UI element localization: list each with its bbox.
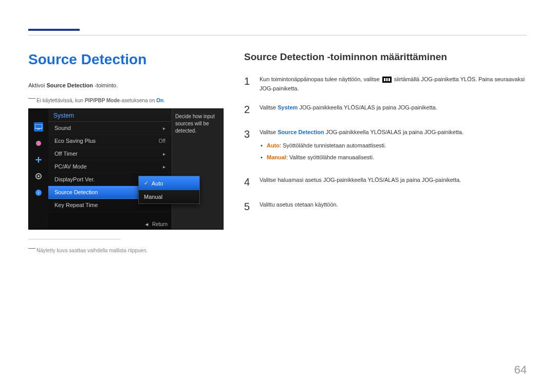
osd-menu-row: PC/AV Mode▸ — [48, 160, 172, 173]
disclaimer-text: ―Näytetty kuva saattaa vaihdella mallist… — [28, 244, 224, 253]
osd-popup: ✓ Auto Manual — [138, 176, 200, 204]
page-title: Source Detection — [28, 51, 224, 68]
note-on: On — [156, 98, 163, 103]
bullet-auto: Auto: Syöttölähde tunnistetaan automaatt… — [260, 141, 527, 151]
right-column: Source Detection -toiminnon määrittämine… — [244, 51, 527, 254]
left-column: Source Detection Aktivoi Source Detectio… — [28, 51, 224, 254]
popup-manual-label: Manual — [144, 194, 162, 200]
page-content: Source Detection Aktivoi Source Detectio… — [28, 51, 527, 254]
step-body: Valittu asetus otetaan käyttöön. — [260, 198, 527, 215]
svg-rect-1 — [38, 129, 40, 129]
info-icon: i — [34, 188, 43, 197]
osd-row-label: Key Repeat Time — [54, 202, 98, 208]
osd-screenshot: i System Sound▸Eco Saving PlusOffOff Tim… — [28, 108, 224, 230]
step-body: Valitse Source Detection JOG-painikkeell… — [260, 126, 527, 165]
osd-popup-row-manual: Manual — [139, 190, 199, 203]
step-5: 5 Valittu asetus otetaan käyttöön. — [244, 198, 527, 215]
chevron-right-icon: ▸ — [163, 164, 165, 170]
step-1: 1 Kun toimintonäppäinopas tulee näyttöön… — [244, 73, 527, 93]
move-icon — [34, 155, 43, 164]
s3-post: JOG-painikkeella YLÖS/ALAS ja paina JOG-… — [324, 129, 464, 135]
steps-list: 1 Kun toimintonäppäinopas tulee näyttöön… — [244, 73, 527, 215]
osd-row-label: PC/AV Mode — [54, 163, 87, 170]
svg-rect-0 — [35, 124, 42, 128]
note-post: . — [163, 98, 165, 103]
step-number: 2 — [244, 101, 253, 118]
osd-description: Decide how input sources will be detecte… — [172, 109, 223, 229]
svg-point-4 — [38, 175, 40, 177]
osd-row-label: Source Detection — [54, 189, 98, 195]
gear-icon — [34, 172, 43, 181]
b2-hl: Manual — [267, 154, 286, 160]
osd-nav-icons: i — [29, 109, 48, 229]
b2-post: : Valitse syöttölähde manuaalisesti. — [286, 154, 374, 160]
osd-tab-title: System — [48, 109, 172, 122]
checkmark-icon: ✓ — [144, 180, 149, 186]
osd-return-label: Return — [152, 221, 168, 227]
s3-hl: Source Detection — [278, 129, 324, 135]
s2-post: JOG-painikkeella YLÖS/ALAS ja paina JOG-… — [298, 104, 437, 110]
disclaimer-divider — [28, 239, 121, 239]
osd-row-label: Eco Saving Plus — [54, 138, 96, 144]
step-body: Valitse System JOG-painikkeella YLÖS/ALA… — [260, 101, 527, 118]
osd-menu-row: Off Timer▸ — [48, 147, 172, 160]
s2-pre: Valitse — [260, 104, 278, 110]
step-4: 4 Valitse haluamasi asetus JOG-painikkee… — [244, 174, 527, 190]
header-divider — [28, 35, 527, 35]
activate-post: -toiminto. — [93, 82, 118, 88]
header-accent-bar — [28, 29, 80, 31]
note-pip: ―Ei käytettävissä, kun PIP/PBP Mode-aset… — [28, 94, 224, 103]
step-body: Kun toimintonäppäinopas tulee näyttöön, … — [260, 73, 527, 93]
popup-auto-label: Auto — [152, 180, 163, 186]
osd-row-value: Off — [159, 138, 165, 144]
svg-point-2 — [36, 141, 41, 146]
osd-row-label: Off Timer — [54, 151, 78, 157]
note-dash: ― — [28, 94, 35, 102]
note-bold: PIP/PBP Mode — [85, 98, 120, 103]
osd-menu-row: Eco Saving PlusOff — [48, 135, 172, 147]
step-number: 4 — [244, 174, 253, 190]
section-subtitle: Source Detection -toiminnon määrittämine… — [244, 51, 527, 63]
osd-menu-row: Sound▸ — [48, 122, 172, 135]
palette-icon — [34, 139, 43, 148]
disclaimer-dash: ― — [28, 244, 35, 252]
chevron-right-icon: ▸ — [163, 151, 165, 157]
option-bullets: Auto: Syöttölähde tunnistetaan automaatt… — [260, 141, 527, 162]
s1-pre: Kun toimintonäppäinopas tulee näyttöön, … — [260, 76, 381, 82]
page-number: 64 — [514, 363, 527, 377]
note-mid: -asetuksena on — [120, 98, 156, 103]
osd-row-label: DisplayPort Ver. — [54, 176, 95, 182]
step-3: 3 Valitse Source Detection JOG-painikkee… — [244, 126, 527, 165]
b1-hl: Auto — [267, 142, 280, 148]
disclaimer-body: Näytetty kuva saattaa vaihdella mallista… — [36, 248, 147, 254]
osd-return: ◄ Return — [144, 221, 168, 227]
osd-popup-row-auto: ✓ Auto — [139, 176, 199, 190]
note-pre: Ei käytettävissä, kun — [36, 98, 85, 103]
osd-main: System Sound▸Eco Saving PlusOffOff Timer… — [48, 109, 172, 229]
s3-pre: Valitse — [260, 129, 278, 135]
menu-bars-icon — [382, 77, 392, 83]
osd-row-label: Sound — [54, 125, 71, 131]
step-body: Valitse haluamasi asetus JOG-painikkeell… — [260, 174, 527, 190]
b1-post: : Syöttölähde tunnistetaan automaattises… — [280, 142, 386, 148]
monitor-icon — [34, 122, 43, 132]
s2-hl: System — [278, 104, 298, 110]
step-2: 2 Valitse System JOG-painikkeella YLÖS/A… — [244, 101, 527, 118]
step-number: 3 — [244, 126, 253, 165]
step-number: 5 — [244, 198, 253, 215]
activate-pre: Aktivoi — [28, 82, 46, 88]
step-number: 1 — [244, 73, 253, 93]
activate-bold: Source Detection — [46, 82, 92, 88]
svg-text:i: i — [38, 190, 39, 195]
bullet-manual: Manual: Valitse syöttölähde manuaalisest… — [260, 153, 527, 162]
chevron-right-icon: ▸ — [163, 125, 165, 131]
activate-text: Aktivoi Source Detection -toiminto. — [28, 82, 224, 88]
